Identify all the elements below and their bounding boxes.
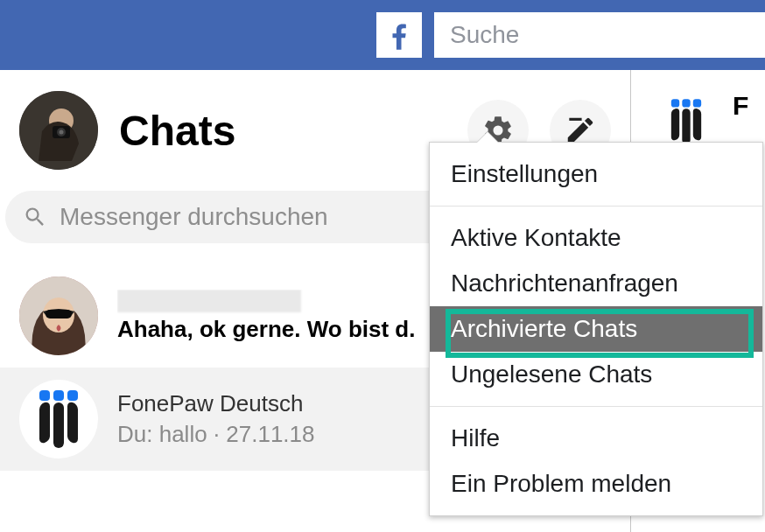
contact-avatar — [19, 380, 98, 458]
contact-avatar — [19, 276, 98, 355]
svg-point-4 — [60, 130, 64, 135]
facebook-logo[interactable] — [376, 12, 422, 58]
dd-item-settings[interactable]: Einstellungen — [430, 151, 762, 197]
search-icon — [23, 205, 47, 229]
facebook-top-bar — [0, 0, 765, 70]
dd-item-help[interactable]: Hilfe — [430, 416, 762, 461]
conversation-name: F — [733, 91, 748, 121]
dropdown-arrow — [477, 132, 498, 143]
svg-rect-7 — [46, 310, 72, 318]
global-search-input[interactable] — [450, 21, 749, 49]
my-avatar[interactable] — [19, 91, 98, 170]
page-title: Chats — [119, 107, 446, 155]
settings-dropdown: Einstellungen Aktive Kontakte Nachrichte… — [429, 142, 763, 516]
global-search-box[interactable] — [434, 12, 765, 58]
dd-item-report-problem[interactable]: Ein Problem melden — [430, 461, 762, 507]
dd-item-active-contacts[interactable]: Aktive Kontakte — [430, 215, 762, 261]
dd-item-unread-chats[interactable]: Ungelesene Chats — [430, 352, 762, 397]
contact-name-redacted — [117, 290, 301, 312]
dd-item-message-requests[interactable]: Nachrichtenanfragen — [430, 261, 762, 306]
dd-item-archived-chats[interactable]: Archivierte Chats — [430, 306, 762, 352]
